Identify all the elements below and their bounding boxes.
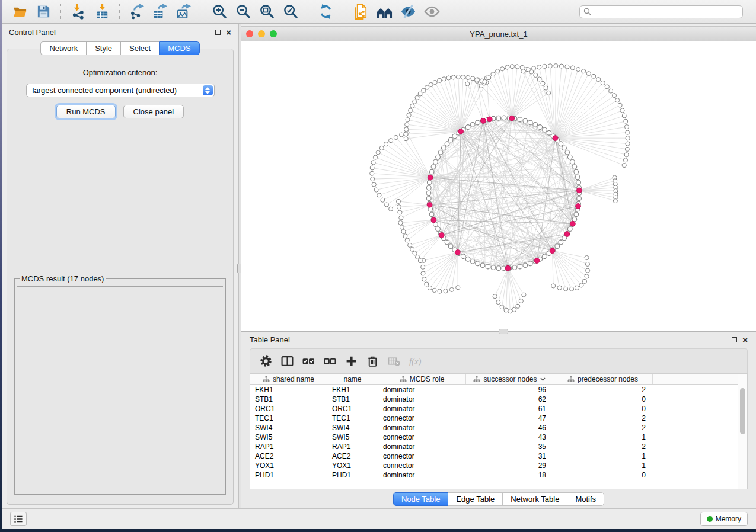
tab-network-table[interactable]: Network Table [502, 492, 567, 506]
table-row[interactable]: PHD1 PHD1 dominator 18 0 [250, 470, 738, 480]
mcds-result-title: MCDS result (17 nodes) [20, 274, 106, 283]
mcds-result-list[interactable]: PHD1CAR1STP4TID3YOX1SWI4SRD1PMA2FKH1ACE2… [17, 286, 223, 287]
export-image-button[interactable] [173, 2, 196, 22]
zoom-fit-icon [259, 4, 275, 20]
tab-motifs[interactable]: Motifs [567, 492, 604, 506]
export-network-button[interactable] [125, 2, 149, 22]
table-row[interactable]: TEC1 TEC1 connector 47 2 [250, 414, 738, 423]
settings-gear-icon [260, 355, 272, 367]
float-panel-icon[interactable] [215, 30, 221, 35]
float-table-panel-icon[interactable] [732, 337, 737, 342]
table-row[interactable]: SWI4 SWI4 dominator 46 2 [250, 423, 738, 432]
zoom-selected-button[interactable] [279, 2, 302, 22]
tab-select[interactable]: Select [120, 41, 159, 55]
column-header-predecessor-nodes[interactable]: predecessor nodes [553, 374, 653, 384]
status-bar: Memory [2, 508, 756, 529]
hide-selected-icon [400, 4, 416, 20]
export-table-button[interactable] [149, 2, 173, 22]
memory-button[interactable]: Memory [700, 512, 748, 526]
control-panel-tabs: NetworkStyleSelectMCDS [2, 41, 238, 55]
window-close-icon[interactable] [246, 30, 253, 37]
main-toolbar [2, 0, 756, 24]
save-session-icon [36, 4, 52, 20]
hide-selected-button[interactable] [396, 2, 420, 22]
zoom-selected-icon [283, 4, 299, 20]
window-maximize-icon[interactable] [270, 30, 277, 37]
tab-style[interactable]: Style [86, 41, 120, 55]
import-network-button[interactable] [66, 2, 90, 22]
table-row[interactable]: YOX1 YOX1 connector 29 1 [250, 461, 738, 470]
search-input[interactable] [594, 8, 739, 16]
select-all-columns-button[interactable] [298, 351, 319, 371]
node-table: shared namenameMCDS rolesuccessor nodesp… [250, 373, 748, 489]
criterion-label: Optimization criterion: [14, 68, 226, 77]
zoom-in-button[interactable] [208, 2, 231, 22]
share-document-button[interactable] [349, 2, 372, 22]
close-table-panel-icon[interactable]: × [742, 337, 748, 342]
table-row[interactable]: RAP1 RAP1 dominator 35 2 [250, 442, 738, 451]
open-file-button[interactable] [8, 2, 31, 22]
network-canvas[interactable] [241, 41, 756, 331]
list-icon [13, 514, 24, 524]
save-session-button[interactable] [31, 2, 55, 22]
function-builder-button: f(x) [404, 351, 426, 371]
column-header-shared-name[interactable]: shared name [250, 374, 327, 384]
control-panel-title: Control Panel [9, 28, 56, 37]
column-header-MCDS-role[interactable]: MCDS role [378, 374, 466, 384]
table-row[interactable]: SWI5 SWI5 connector 43 1 [250, 432, 738, 442]
criterion-dropdown[interactable]: largest connected component (undirected) [26, 84, 215, 97]
app-window: Control Panel × NetworkStyleSelectMCDS O… [2, 0, 756, 529]
column-header-filler [653, 374, 738, 384]
shared-column-icon [400, 376, 407, 383]
table-row[interactable]: ACE2 ACE2 connector 31 1 [250, 451, 738, 461]
show-hidden-button[interactable] [420, 2, 444, 22]
toolbar-separator [202, 4, 202, 20]
close-panel-icon[interactable]: × [226, 30, 231, 35]
horizontal-splitter-handle[interactable] [499, 329, 508, 334]
task-history-button[interactable] [10, 512, 27, 526]
run-mcds-button[interactable]: Run MCDS [56, 105, 116, 118]
refresh-view-icon [318, 4, 334, 20]
criterion-value: largest connected component (undirected) [33, 86, 177, 95]
tab-network[interactable]: Network [40, 41, 86, 55]
search-box[interactable] [579, 5, 743, 18]
add-column-button[interactable] [340, 351, 362, 371]
select-all-columns-icon [302, 355, 315, 367]
network-titlebar: YPA_prune.txt_1 [241, 26, 756, 41]
tab-edge-table[interactable]: Edge Table [448, 492, 502, 506]
settings-gear-button[interactable] [255, 351, 276, 371]
network-overview-icon [377, 4, 393, 20]
table-scrollbar[interactable] [738, 374, 747, 489]
import-table-button[interactable] [90, 2, 114, 22]
window-minimize-icon[interactable] [258, 30, 265, 37]
close-panel-button[interactable]: Close panel [123, 105, 184, 118]
table-scrollbar-thumb[interactable] [740, 388, 745, 434]
refresh-view-button[interactable] [314, 2, 337, 22]
control-panel-header: Control Panel × [2, 24, 238, 40]
control-panel: Control Panel × NetworkStyleSelectMCDS O… [2, 24, 238, 508]
delete-column-button[interactable] [362, 351, 383, 371]
network-canvas-wrap [241, 41, 756, 331]
tab-mcds[interactable]: MCDS [159, 41, 199, 55]
table-row[interactable]: ORC1 ORC1 dominator 61 0 [250, 404, 738, 414]
deselect-all-columns-icon [324, 355, 336, 367]
network-overview-button[interactable] [372, 2, 396, 22]
table-row[interactable]: STB1 STB1 dominator 62 0 [250, 395, 738, 404]
shared-column-icon [473, 376, 480, 383]
table-row[interactable]: FKH1 FKH1 dominator 96 2 [250, 385, 738, 395]
toolbar-separator [343, 4, 343, 20]
zoom-fit-button[interactable] [255, 2, 279, 22]
column-header-name[interactable]: name [327, 374, 378, 384]
svg-text:f(x): f(x) [409, 356, 421, 366]
function-builder-icon: f(x) [409, 355, 422, 367]
zoom-out-button[interactable] [231, 2, 255, 22]
mcds-panel: Optimization criterion: largest connecte… [7, 49, 234, 505]
deselect-all-columns-button[interactable] [319, 351, 340, 371]
table-panel-header: Table Panel × [241, 332, 756, 347]
tab-node-table[interactable]: Node Table [393, 492, 448, 506]
column-layout-button[interactable] [276, 351, 298, 371]
export-network-icon [129, 4, 145, 20]
table-toolbar: f(x) [250, 348, 748, 373]
column-header-successor-nodes[interactable]: successor nodes [466, 374, 553, 384]
delete-table-button [383, 351, 404, 371]
